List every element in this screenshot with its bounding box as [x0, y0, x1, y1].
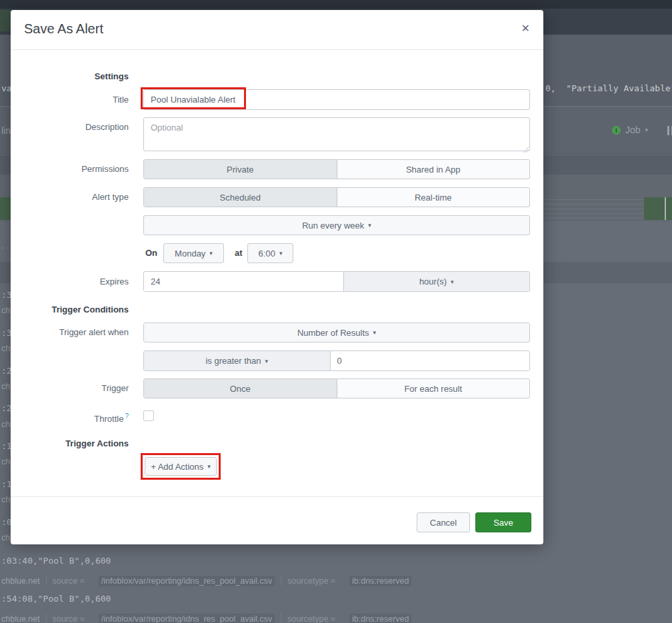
event-fragment: :1: [1, 441, 11, 451]
timeline-bar: [666, 197, 672, 220]
day-dropdown[interactable]: Monday ▾: [163, 243, 224, 263]
controls-fragment: .: [1, 240, 4, 251]
event-fragment: :3: [1, 290, 11, 300]
trigger-label: Trigger: [11, 378, 129, 398]
add-actions-button[interactable]: + Add Actions ▾: [145, 457, 217, 476]
event-meta-row: chblue.net source = /infoblox/var/report…: [1, 610, 411, 623]
title-input[interactable]: [143, 89, 530, 110]
section-trigger-conditions: Trigger Conditions: [11, 305, 129, 314]
timeline-bar: [0, 197, 11, 220]
chevron-down-icon: ▾: [209, 250, 213, 257]
comparison-control: is greater than ▾ 0: [143, 350, 530, 371]
section-settings: Settings: [11, 71, 129, 81]
expires-input[interactable]: 24: [144, 272, 343, 291]
trigger-option-once[interactable]: Once: [144, 379, 337, 398]
event-raw-text: :54:08,"Pool B",0,600: [1, 594, 111, 604]
event-host: chblue.net: [1, 576, 40, 586]
alert-type-option-realtime[interactable]: Real-time: [337, 188, 530, 207]
event-fragment: chb: [1, 420, 11, 429]
comparison-threshold-input[interactable]: 0: [331, 351, 530, 370]
cancel-button[interactable]: Cancel: [417, 512, 470, 532]
dialog-title: Save As Alert: [24, 21, 103, 37]
comparison-operator-dropdown[interactable]: is greater than ▾: [144, 351, 331, 370]
day-value: Monday: [175, 249, 205, 259]
event-fragment: ch: [1, 533, 10, 542]
event-fragment: ch: [1, 306, 10, 315]
permissions-option-shared[interactable]: Shared in App: [337, 160, 530, 179]
throttle-checkbox[interactable]: [143, 410, 154, 421]
alert-type-option-scheduled[interactable]: Scheduled: [144, 188, 337, 207]
chevron-down-icon: ▾: [373, 329, 377, 336]
chevron-down-icon: ▾: [368, 222, 371, 229]
job-info-icon: i: [612, 126, 621, 135]
at-label: at: [235, 243, 243, 263]
close-icon[interactable]: ✕: [521, 22, 530, 35]
dialog-header: Save As Alert ✕: [11, 10, 543, 50]
add-actions-label: + Add Actions: [151, 462, 203, 472]
sourcetype-value: ib:dns:reserved: [349, 614, 411, 623]
job-menu-label: Job: [625, 125, 641, 135]
job-menu: i Job ▾: [612, 125, 648, 135]
title-label: Title: [11, 89, 129, 110]
expires-unit-value: hour(s): [419, 277, 447, 287]
run-every-dropdown[interactable]: Run every week ▾: [143, 215, 530, 235]
source-value: /infoblox/var/reporting/idns_res_pool_av…: [99, 576, 275, 586]
trigger-toggle: Once For each result: [143, 378, 530, 398]
event-fragment: ch: [1, 457, 10, 466]
help-icon[interactable]: ?: [125, 412, 129, 420]
expires-control: 24 hour(s) ▾: [143, 271, 530, 292]
save-button[interactable]: Save: [475, 512, 531, 532]
permissions-option-private[interactable]: Private: [144, 160, 337, 179]
toolbar-fragment: lin: [1, 125, 11, 136]
run-every-value: Run every week: [302, 221, 364, 231]
time-value: 6:00: [259, 249, 275, 259]
source-label: source =: [53, 614, 85, 623]
event-fragment: :0: [1, 517, 11, 527]
permissions-toggle: Private Shared in App: [143, 159, 530, 179]
search-query-fragment-right: 0, "Partially Available") |: [545, 83, 672, 93]
event-fragment: chb: [1, 344, 11, 353]
top-nav-bar: [0, 0, 672, 9]
description-label: Description: [11, 117, 129, 137]
source-value: /infoblox/var/reporting/idns_res_pool_av…: [99, 614, 275, 623]
event-fragment: chb: [1, 495, 11, 504]
sourcetype-label: sourcetype =: [287, 576, 335, 586]
chevron-down-icon: ▾: [207, 463, 211, 470]
event-fragment: :2: [1, 366, 11, 376]
throttle-label: Throttle?: [11, 410, 129, 424]
section-trigger-actions: Trigger Actions: [11, 438, 129, 448]
pause-icon: [667, 126, 672, 135]
trigger-when-value: Number of Results: [297, 328, 369, 338]
event-raw-text: :03:40,"Pool B",0,600: [1, 556, 111, 566]
app-logo-fragment: [0, 10, 11, 31]
chevron-down-icon: ▾: [451, 279, 454, 285]
trigger-when-label: Trigger alert when: [11, 322, 129, 342]
trigger-option-each-result[interactable]: For each result: [337, 379, 530, 398]
save-as-alert-dialog: Save As Alert ✕ Settings Title Descripti…: [11, 10, 543, 544]
trigger-when-dropdown[interactable]: Number of Results ▾: [143, 322, 530, 342]
dialog-footer: Cancel Save: [11, 496, 543, 544]
event-fragment: ch: [1, 382, 10, 391]
expires-label: Expires: [11, 271, 129, 292]
permissions-label: Permissions: [11, 159, 129, 179]
timeline-bar: [644, 197, 665, 220]
screen: vai 0, "Partially Available") | lin i Jo…: [0, 0, 672, 623]
event-fragment: :2: [1, 403, 11, 413]
event-meta-row: chblue.net source = /infoblox/var/report…: [1, 572, 411, 590]
sourcetype-value: ib:dns:reserved: [349, 576, 411, 586]
event-fragment: :3: [1, 328, 11, 338]
on-label: On: [145, 243, 157, 263]
chevron-down-icon: ▾: [265, 358, 269, 364]
chevron-down-icon: ▾: [279, 250, 283, 257]
time-dropdown[interactable]: 6:00 ▾: [247, 243, 293, 263]
source-label: source =: [53, 576, 85, 586]
alert-type-toggle: Scheduled Real-time: [143, 187, 530, 207]
chevron-down-icon: ▾: [645, 127, 649, 133]
sourcetype-label: sourcetype =: [287, 614, 335, 623]
event-fragment: :1: [1, 479, 11, 489]
alert-type-label: Alert type: [11, 187, 129, 207]
event-host: chblue.net: [1, 614, 40, 623]
comparison-operator-value: is greater than: [205, 356, 261, 366]
description-textarea[interactable]: [143, 117, 530, 151]
expires-unit-dropdown[interactable]: hour(s) ▾: [343, 272, 530, 291]
